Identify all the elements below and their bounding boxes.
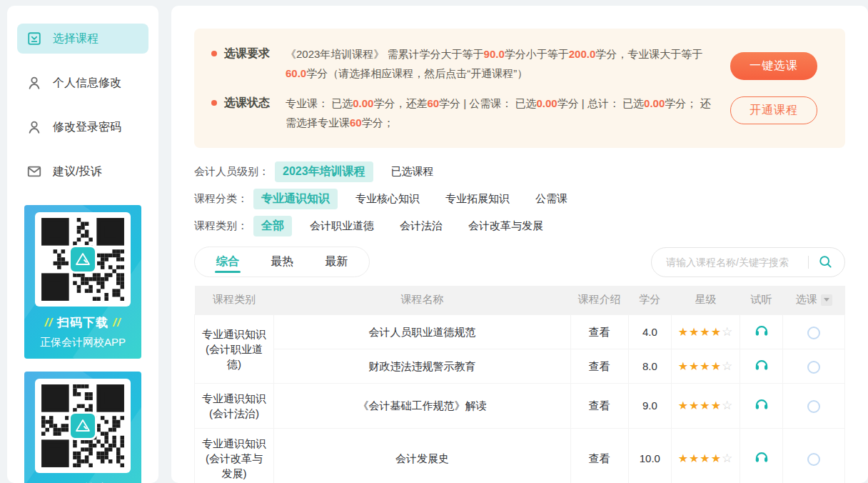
checklist-icon bbox=[26, 31, 42, 46]
notice-requirement-text: 《2023年培训课程》 需累计学分大于等于90.0学分小于等于200.0学分，专… bbox=[286, 44, 720, 83]
course-rating: ★★★★☆ bbox=[672, 349, 740, 383]
sidebar-item-label: 个人信息修改 bbox=[53, 76, 121, 91]
search-input[interactable] bbox=[666, 257, 804, 268]
course-category: 专业通识知识(会计法治) bbox=[195, 383, 274, 428]
filter-row-type: 课程类别： 全部 会计职业道德 会计法治 会计改革与发展 bbox=[194, 215, 845, 236]
notice-box: 选课要求 《2023年培训课程》 需累计学分大于等于90.0学分小于等于200.… bbox=[194, 29, 845, 148]
star-icon: ★ bbox=[689, 452, 700, 464]
filter-option-2023-courses[interactable]: 2023年培训课程 bbox=[275, 161, 373, 182]
tab-newest[interactable]: 最新 bbox=[323, 247, 349, 277]
slash-decoration: // bbox=[113, 316, 121, 329]
filter-option-all[interactable]: 全部 bbox=[253, 216, 292, 236]
filter-label: 课程类别： bbox=[194, 215, 248, 236]
star-icon: ★ bbox=[678, 452, 689, 464]
star-icon: ★ bbox=[689, 360, 700, 372]
sidebar-item-label: 修改登录密码 bbox=[53, 120, 121, 135]
qr-panel-follow: //扫码关注// bbox=[24, 372, 141, 483]
view-detail-link[interactable]: 查看 bbox=[571, 383, 629, 428]
notice-requirement-row: 选课要求 《2023年培训课程》 需累计学分大于等于90.0学分小于等于200.… bbox=[211, 44, 720, 83]
star-icon: ★ bbox=[689, 326, 700, 338]
course-table: 课程类别 课程名称 课程介绍 学分 星级 试听 选课 专业通识知识(会计职业道德… bbox=[194, 286, 845, 483]
col-header-name: 课程名称 bbox=[273, 286, 570, 314]
user-icon bbox=[26, 75, 42, 91]
filter-section: 会计人员级别： 2023年培训课程 已选课程 课程分类： 专业通识知识 专业核心… bbox=[194, 161, 845, 236]
qr-download-subtitle: 正保会计网校APP bbox=[24, 336, 141, 349]
course-select-radio[interactable] bbox=[807, 327, 820, 339]
col-header-credits: 学分 bbox=[628, 286, 671, 314]
headphone-icon[interactable] bbox=[754, 357, 769, 372]
course-credits: 8.0 bbox=[628, 349, 671, 383]
star-icon: ☆ bbox=[722, 452, 733, 465]
filter-option-general-knowledge[interactable]: 专业通识知识 bbox=[253, 189, 338, 209]
filter-option-reform[interactable]: 会计改革与发展 bbox=[460, 216, 551, 236]
qr-code-download bbox=[35, 212, 131, 307]
star-icon: ★ bbox=[678, 360, 689, 372]
course-select-radio[interactable] bbox=[807, 361, 820, 374]
toolbar: 综合 最热 最新 bbox=[194, 247, 845, 277]
sidebar-item-profile-edit[interactable]: 个人信息修改 bbox=[17, 68, 148, 98]
course-name: 会计人员职业道德规范 bbox=[273, 314, 570, 349]
headphone-icon[interactable] bbox=[754, 449, 769, 464]
notice-requirement-label: 选课要求 bbox=[224, 44, 286, 83]
filter-option-public-course[interactable]: 公需课 bbox=[528, 189, 575, 209]
filter-option-core-knowledge[interactable]: 专业核心知识 bbox=[348, 189, 428, 209]
star-icon: ★ bbox=[700, 399, 710, 412]
filter-option-extended-knowledge[interactable]: 专业拓展知识 bbox=[438, 189, 518, 209]
qr-panel-download: //扫码下载// 正保会计网校APP bbox=[24, 205, 141, 359]
brand-logo-icon bbox=[69, 245, 97, 274]
star-icon: ★ bbox=[700, 326, 710, 338]
course-select-radio[interactable] bbox=[807, 453, 820, 466]
view-detail-link[interactable]: 查看 bbox=[571, 428, 629, 483]
user-icon bbox=[26, 119, 42, 135]
tab-comprehensive[interactable]: 综合 bbox=[215, 247, 241, 277]
filter-option-ethics[interactable]: 会计职业道德 bbox=[302, 216, 382, 236]
qr-code-follow bbox=[35, 379, 131, 473]
sidebar-item-label: 选择课程 bbox=[53, 31, 99, 46]
filter-label: 课程分类： bbox=[194, 188, 248, 209]
star-icon: ★ bbox=[711, 360, 722, 372]
notice-content: 选课要求 《2023年培训课程》 需累计学分大于等于90.0学分小于等于200.… bbox=[211, 44, 720, 132]
course-select-radio[interactable] bbox=[807, 400, 820, 413]
sidebar-item-feedback[interactable]: 建议/投诉 bbox=[17, 156, 148, 186]
sort-tabs: 综合 最热 最新 bbox=[194, 247, 370, 277]
course-name: 财政违法违规警示教育 bbox=[273, 349, 570, 383]
col-header-stars: 星级 bbox=[672, 286, 740, 314]
course-name: 会计发展史 bbox=[273, 428, 570, 483]
open-course-button[interactable]: 开通课程 bbox=[730, 96, 817, 124]
filter-option-selected-courses[interactable]: 已选课程 bbox=[383, 162, 442, 181]
headphone-icon[interactable] bbox=[754, 322, 769, 338]
course-credits: 4.0 bbox=[628, 314, 671, 349]
brand-logo-icon bbox=[69, 412, 97, 440]
notice-actions: 一键选课 开通课程 bbox=[720, 44, 828, 132]
filter-dropdown-icon[interactable] bbox=[821, 294, 832, 306]
tab-hottest[interactable]: 最热 bbox=[269, 247, 295, 277]
search-box bbox=[651, 247, 845, 277]
col-header-audition: 试听 bbox=[740, 286, 782, 314]
sidebar: 选择课程 个人信息修改 修改登录密码 建议/投诉 bbox=[7, 6, 158, 483]
sidebar-item-change-password[interactable]: 修改登录密码 bbox=[17, 112, 148, 142]
course-name: 《会计基础工作规范》解读 bbox=[273, 383, 570, 428]
star-icon: ★ bbox=[711, 399, 722, 412]
search-button[interactable] bbox=[817, 253, 834, 271]
course-rating: ★★★★☆ bbox=[672, 428, 740, 483]
col-header-select: 选课 bbox=[783, 286, 845, 314]
table-row: 财政违法违规警示教育 查看 8.0 ★★★★☆ bbox=[195, 349, 845, 383]
table-header-row: 课程类别 课程名称 课程介绍 学分 星级 试听 选课 bbox=[195, 286, 845, 314]
filter-row-category: 课程分类： 专业通识知识 专业核心知识 专业拓展知识 公需课 bbox=[194, 188, 845, 209]
table-row: 专业通识知识(会计改革与发展) 会计发展史 查看 10.0 ★★★★☆ bbox=[195, 428, 845, 483]
star-icon: ★ bbox=[678, 326, 689, 338]
view-detail-link[interactable]: 查看 bbox=[571, 349, 629, 383]
bullet-icon bbox=[211, 100, 217, 106]
filter-option-law[interactable]: 会计法治 bbox=[392, 216, 450, 236]
headphone-icon[interactable] bbox=[754, 396, 769, 412]
sidebar-item-select-course[interactable]: 选择课程 bbox=[17, 24, 148, 54]
slash-decoration: // bbox=[45, 316, 53, 329]
course-category: 专业通识知识(会计职业道德) bbox=[195, 314, 274, 383]
filter-row-level: 会计人员级别： 2023年培训课程 已选课程 bbox=[194, 161, 845, 182]
star-icon: ★ bbox=[700, 452, 710, 464]
divider bbox=[808, 256, 809, 269]
col-header-intro: 课程介绍 bbox=[571, 286, 629, 314]
one-click-select-button[interactable]: 一键选课 bbox=[730, 52, 817, 80]
view-detail-link[interactable]: 查看 bbox=[571, 314, 629, 349]
filter-label: 会计人员级别： bbox=[194, 161, 269, 182]
